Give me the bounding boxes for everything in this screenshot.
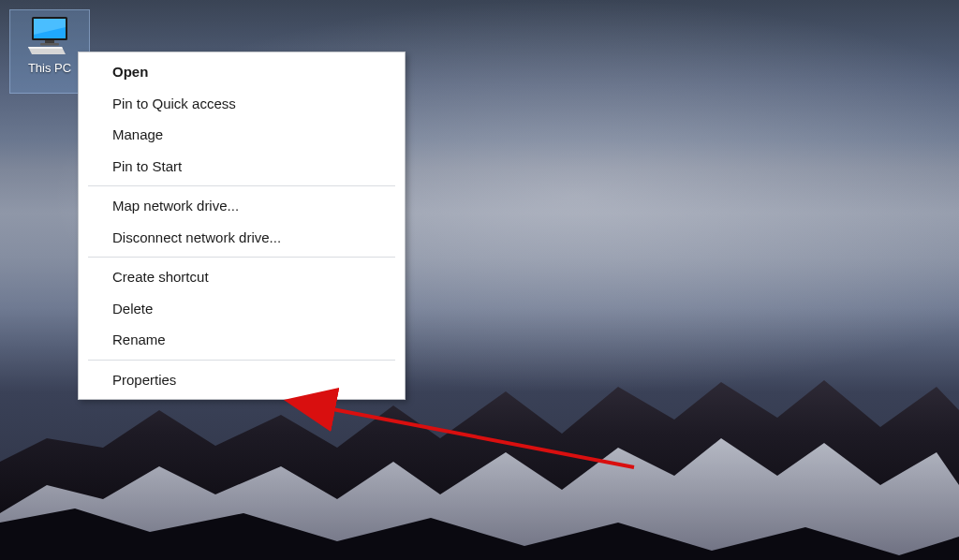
context-menu: Open Pin to Quick access Manage Pin to S… — [78, 52, 406, 400]
menu-item-properties[interactable]: Properties — [81, 364, 403, 396]
menu-item-open[interactable]: Open — [81, 56, 403, 88]
svg-rect-3 — [40, 43, 59, 46]
menu-item-pin-quick[interactable]: Pin to Quick access — [81, 88, 403, 120]
menu-item-manage[interactable]: Manage — [81, 119, 403, 151]
menu-item-pin-start[interactable]: Pin to Start — [81, 151, 403, 183]
menu-separator — [88, 185, 395, 186]
desktop-icon-label: This PC — [28, 61, 71, 75]
svg-rect-2 — [45, 40, 54, 43]
menu-item-shortcut[interactable]: Create shortcut — [81, 261, 403, 293]
wallpaper-mountains — [0, 373, 959, 560]
menu-item-delete[interactable]: Delete — [81, 293, 403, 325]
menu-item-rename[interactable]: Rename — [81, 324, 403, 356]
menu-separator — [88, 257, 395, 258]
menu-separator — [88, 360, 395, 361]
this-pc-icon — [26, 16, 73, 55]
menu-item-disconnect[interactable]: Disconnect network drive... — [81, 222, 403, 254]
menu-item-map-drive[interactable]: Map network drive... — [81, 190, 403, 222]
